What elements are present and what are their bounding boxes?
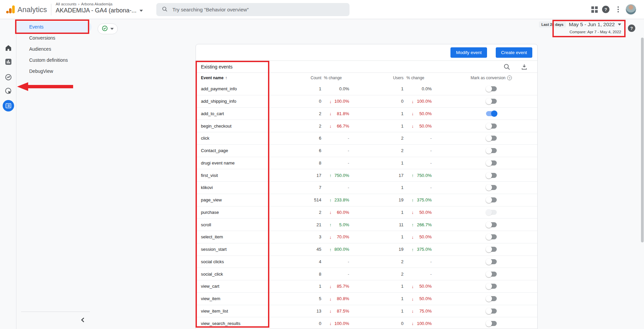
library-icon[interactable]: [0, 100, 16, 111]
mark-as-conversion-toggle[interactable]: [486, 124, 497, 129]
avatar[interactable]: [626, 4, 636, 15]
event-count: 17: [290, 173, 321, 178]
table-row: add_shipping_info0↓100.0%0↓100.0%: [196, 95, 537, 108]
search-icon: [162, 6, 168, 13]
mark-as-conversion-toggle[interactable]: [486, 321, 497, 326]
change-cell: ↑375.0%: [404, 197, 432, 202]
more-menu-icon[interactable]: [618, 6, 619, 13]
mark-as-conversion-toggle[interactable]: [486, 185, 497, 190]
column-event-name[interactable]: Event name ↑: [196, 76, 290, 80]
advertising-icon[interactable]: [0, 87, 16, 95]
event-count: 13: [290, 309, 321, 314]
event-users: 11: [349, 222, 404, 227]
change-cell: ↓100.0%: [404, 99, 432, 104]
search-input[interactable]: [172, 7, 344, 12]
event-name: session_start: [196, 247, 290, 252]
date-badge: Last 28 days: [539, 21, 566, 28]
change-cell: ↓60.0%: [321, 210, 349, 215]
sidebar-item-custom-definitions[interactable]: Custom definitions: [16, 55, 92, 66]
mark-as-conversion-toggle[interactable]: [486, 99, 497, 104]
arrow-down-icon: ↓: [412, 99, 414, 104]
sidebar-item-audiences[interactable]: Audiences: [16, 44, 92, 55]
help-icon[interactable]: ?: [602, 6, 609, 13]
change-cell: ↓50.0%: [404, 111, 432, 116]
table-row: social clicks4-2-: [196, 256, 537, 268]
arrow-down-icon: ↓: [412, 296, 414, 301]
breadcrumb-account[interactable]: Arbona Akademija: [81, 2, 112, 6]
date-range-text: May 5 - Jun 1, 2022: [569, 21, 615, 28]
change-cell: ↓100.0%: [321, 99, 349, 104]
date-range-selector[interactable]: Last 28 days May 5 - Jun 1, 2022 Compare…: [539, 21, 621, 34]
event-users: 1: [349, 185, 404, 190]
change-cell: ↑750.0%: [404, 173, 432, 178]
library-selected-circle: [3, 100, 14, 111]
card-actions: Modify event Create event: [196, 44, 537, 60]
sidebar-item-debugview[interactable]: DebugView: [16, 66, 92, 77]
sidebar-item-events[interactable]: Events: [16, 21, 92, 33]
table-title-row: Existing events: [196, 61, 537, 73]
create-event-button[interactable]: Create event: [496, 47, 532, 58]
apps-grid-icon[interactable]: [591, 6, 598, 13]
global-search[interactable]: [156, 3, 350, 16]
conversion-cell: [432, 296, 537, 301]
event-users: 19: [349, 197, 404, 202]
reports-icon[interactable]: [0, 58, 16, 66]
table-row: session_start45↑800.0%19↑375.0%: [196, 243, 537, 256]
mark-as-conversion-toggle[interactable]: [486, 222, 497, 227]
explore-icon[interactable]: [0, 73, 16, 81]
conversion-cell: [432, 222, 537, 227]
change-cell: -: [321, 259, 349, 264]
conversion-cell: [432, 99, 537, 104]
change-cell: ↓87.5%: [321, 309, 349, 314]
event-count: 1: [290, 86, 321, 91]
arrow-down-icon: ↓: [412, 234, 414, 239]
arrow-up-icon: ↑: [412, 173, 414, 178]
mark-as-conversion-toggle[interactable]: [486, 173, 497, 178]
event-count: 1: [290, 284, 321, 289]
scrollbar-thumb[interactable]: [641, 38, 644, 242]
event-users: 0: [349, 321, 404, 326]
sort-ascending-icon: ↑: [225, 76, 227, 80]
modify-event-button[interactable]: Modify event: [450, 47, 487, 58]
sidebar-item-conversions[interactable]: Conversions: [16, 33, 92, 44]
mark-as-conversion-toggle[interactable]: [486, 309, 497, 314]
arrow-up-icon: ↑: [329, 247, 332, 252]
property-switcher[interactable]: AKADEMIJA - GA4 (arbona-...: [56, 7, 143, 14]
chevron-down-icon: [110, 28, 114, 30]
arrow-up-icon: ↑: [412, 197, 414, 202]
event-name: begin_checkout: [196, 124, 290, 129]
arrow-up-icon: ↑: [412, 247, 414, 252]
change-cell: ↑800.0%: [321, 247, 349, 252]
arrow-down-icon: ↓: [412, 111, 414, 116]
mark-as-conversion-toggle[interactable]: [486, 296, 497, 301]
event-status-pill[interactable]: [98, 23, 118, 34]
breadcrumb-all-accounts[interactable]: All accounts: [56, 2, 76, 6]
download-icon[interactable]: [521, 63, 528, 70]
mark-as-conversion-toggle[interactable]: [486, 247, 497, 252]
conversion-cell: [432, 86, 537, 91]
table-search-icon[interactable]: [503, 63, 511, 70]
mark-as-conversion-toggle[interactable]: [486, 136, 497, 141]
table-row: klikovi7-1-: [196, 182, 537, 194]
mark-as-conversion-toggle[interactable]: [486, 284, 497, 289]
mark-as-conversion-toggle[interactable]: [486, 259, 497, 264]
context-help-icon[interactable]: ?: [628, 25, 635, 32]
app-header: Analytics All accounts › Arbona Akademij…: [0, 0, 644, 19]
change-cell: ↓50.0%: [404, 284, 432, 289]
mark-as-conversion-toggle[interactable]: [486, 86, 497, 91]
event-users: 2: [349, 259, 404, 264]
question-icon[interactable]: ?: [507, 76, 512, 80]
table-row: view_search_results0↓100.0%0↓100.0%: [196, 317, 537, 329]
mark-as-conversion-toggle[interactable]: [486, 272, 497, 277]
mark-as-conversion-toggle[interactable]: [486, 160, 497, 166]
mark-as-conversion-toggle[interactable]: [486, 197, 497, 202]
table-row: purchase2↓60.0%1↓50.0%: [196, 206, 537, 219]
mark-as-conversion-toggle[interactable]: [486, 234, 497, 239]
events-card: Modify event Create event Existing event…: [196, 44, 538, 329]
table-row: add_to_cart2↓81.8%1↓50.0%: [196, 108, 537, 120]
table-row: begin_checkout2↓66.7%1↓50.0%: [196, 120, 537, 132]
collapse-drawer-button[interactable]: [79, 316, 87, 324]
home-icon[interactable]: [0, 44, 16, 52]
mark-as-conversion-toggle[interactable]: [486, 111, 497, 116]
mark-as-conversion-toggle[interactable]: [486, 148, 497, 153]
